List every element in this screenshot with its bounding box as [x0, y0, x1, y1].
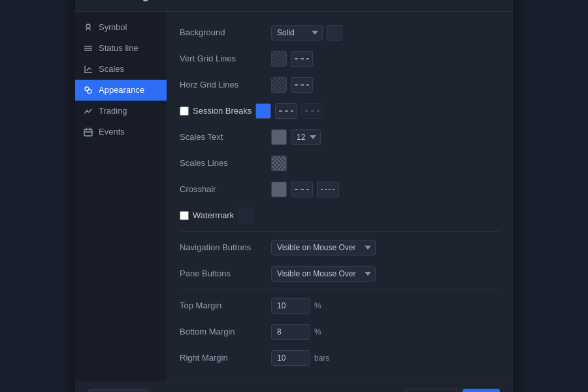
crosshair-row: Crosshair — [180, 178, 500, 201]
background-color-swatch[interactable] — [327, 25, 342, 41]
vert-grid-row: Vert Grid Lines — [180, 47, 500, 71]
right-margin-input[interactable] — [271, 350, 310, 366]
session-breaks-dash1[interactable] — [275, 103, 297, 119]
nav-buttons-label: Navigation Buttons — [180, 242, 271, 252]
session-breaks-dash2[interactable] — [301, 103, 323, 119]
sidebar-item-status-line[interactable]: Status line — [75, 38, 167, 59]
right-margin-row: Right Margin bars — [180, 346, 500, 370]
scales-lines-pattern[interactable] — [271, 155, 287, 171]
right-margin-label: Right Margin — [180, 353, 271, 363]
pane-buttons-controls: Always Visible on Mouse Over Hidden — [271, 266, 376, 282]
horz-grid-controls — [271, 77, 313, 93]
pane-buttons-row: Pane Buttons Always Visible on Mouse Ove… — [180, 262, 500, 286]
sidebar-item-symbol[interactable]: Symbol — [75, 17, 167, 38]
sidebar-item-events[interactable]: Events — [75, 122, 167, 142]
right-margin-controls: bars — [271, 350, 329, 366]
scales-lines-label: Scales Lines — [180, 158, 271, 168]
top-margin-controls: % — [271, 298, 321, 314]
sidebar-item-appearance[interactable]: Appearance — [75, 80, 167, 101]
status-icon — [83, 43, 93, 54]
sidebar-item-label: Events — [99, 127, 125, 137]
scales-text-size-select[interactable]: 10 11 12 13 14 — [291, 129, 321, 145]
scales-icon — [83, 64, 93, 74]
session-breaks-controls: Session Breaks — [180, 103, 323, 119]
crosshair-label: Crosshair — [180, 184, 271, 194]
crosshair-controls — [271, 182, 339, 197]
dialog-body: Symbol Status line — [75, 12, 513, 382]
background-label: Background — [180, 27, 271, 37]
background-type-select[interactable]: Solid Gradient — [271, 25, 323, 41]
nav-buttons-controls: Always Visible on Mouse Over Hidden — [271, 240, 376, 255]
watermark-checkbox-wrap: Watermark — [180, 210, 234, 220]
events-icon — [83, 127, 93, 137]
bottom-margin-label: Bottom Margin — [180, 327, 271, 336]
watermark-checkbox[interactable] — [180, 211, 189, 220]
right-margin-unit: bars — [314, 353, 329, 363]
sidebar-item-label: Symbol — [99, 22, 127, 32]
horz-grid-row: Horz Grid Lines — [180, 73, 500, 97]
dialog-footer: Template ▼ Cancel Ok — [75, 382, 513, 393]
scales-text-controls: 10 11 12 13 14 — [271, 129, 321, 145]
session-breaks-row: Session Breaks — [180, 99, 500, 123]
dialog-title: Chart settings — [88, 0, 154, 1]
ok-button[interactable]: Ok — [463, 389, 500, 393]
cancel-button[interactable]: Cancel — [406, 389, 457, 393]
horz-grid-dash[interactable] — [291, 77, 313, 93]
bottom-margin-controls: % — [271, 324, 321, 340]
top-margin-input[interactable] — [271, 298, 310, 314]
sidebar-item-label: Appearance — [99, 85, 144, 95]
session-breaks-checkbox[interactable] — [180, 106, 189, 116]
sidebar-item-label: Trading — [99, 106, 127, 116]
top-margin-row: Top Margin % — [180, 294, 500, 318]
scales-lines-controls — [271, 155, 287, 171]
pane-buttons-select[interactable]: Always Visible on Mouse Over Hidden — [271, 266, 376, 282]
crosshair-dash1[interactable] — [291, 182, 313, 197]
session-breaks-checkbox-wrap: Session Breaks — [180, 106, 252, 116]
crosshair-color[interactable] — [271, 182, 287, 197]
vert-grid-pattern[interactable] — [271, 51, 287, 67]
divider1 — [180, 231, 500, 232]
settings-content: Background Solid Gradient Vert Grid Line… — [167, 12, 513, 382]
bottom-margin-unit: % — [314, 327, 321, 336]
background-row: Background Solid Gradient — [180, 21, 500, 44]
vert-grid-controls — [271, 51, 313, 67]
top-margin-label: Top Margin — [180, 301, 271, 310]
horz-grid-pattern[interactable] — [271, 77, 287, 93]
sidebar-item-label: Scales — [99, 64, 124, 74]
sidebar-item-label: Status line — [99, 43, 139, 53]
svg-rect-6 — [84, 129, 92, 136]
sidebar-item-trading[interactable]: Trading — [75, 101, 167, 122]
crosshair-dash2[interactable] — [317, 182, 339, 197]
template-button[interactable]: Template ▼ — [88, 389, 148, 392]
top-margin-unit: % — [314, 301, 321, 310]
svg-point-5 — [88, 90, 91, 93]
scales-text-row: Scales Text 10 11 12 13 14 — [180, 125, 500, 149]
pane-buttons-label: Pane Buttons — [180, 269, 271, 278]
divider2 — [180, 289, 500, 290]
symbol-icon — [83, 22, 93, 33]
scales-text-label: Scales Text — [180, 132, 271, 142]
session-breaks-color[interactable] — [255, 103, 271, 119]
vert-grid-dash[interactable] — [291, 51, 313, 67]
nav-buttons-row: Navigation Buttons Always Visible on Mou… — [180, 236, 500, 259]
watermark-row: Watermark — [180, 204, 500, 227]
scales-text-color[interactable] — [271, 129, 287, 145]
nav-buttons-select[interactable]: Always Visible on Mouse Over Hidden — [271, 240, 376, 255]
horz-grid-label: Horz Grid Lines — [180, 80, 271, 90]
chart-settings-dialog: Chart settings × Symbol — [75, 0, 513, 392]
appearance-icon — [83, 85, 93, 95]
dialog-header: Chart settings × — [75, 0, 513, 12]
trading-icon — [83, 106, 93, 116]
bottom-margin-input[interactable] — [271, 324, 310, 340]
vert-grid-label: Vert Grid Lines — [180, 54, 271, 63]
background-controls: Solid Gradient — [271, 25, 342, 41]
footer-actions: Cancel Ok — [406, 389, 500, 393]
close-button[interactable]: × — [487, 0, 500, 3]
watermark-label: Watermark — [193, 210, 234, 220]
sidebar-item-scales[interactable]: Scales — [75, 59, 167, 80]
watermark-controls: Watermark — [180, 208, 253, 223]
watermark-pattern[interactable] — [238, 208, 253, 223]
session-breaks-label: Session Breaks — [193, 106, 252, 116]
sidebar: Symbol Status line — [75, 12, 167, 382]
bottom-margin-row: Bottom Margin % — [180, 320, 500, 344]
